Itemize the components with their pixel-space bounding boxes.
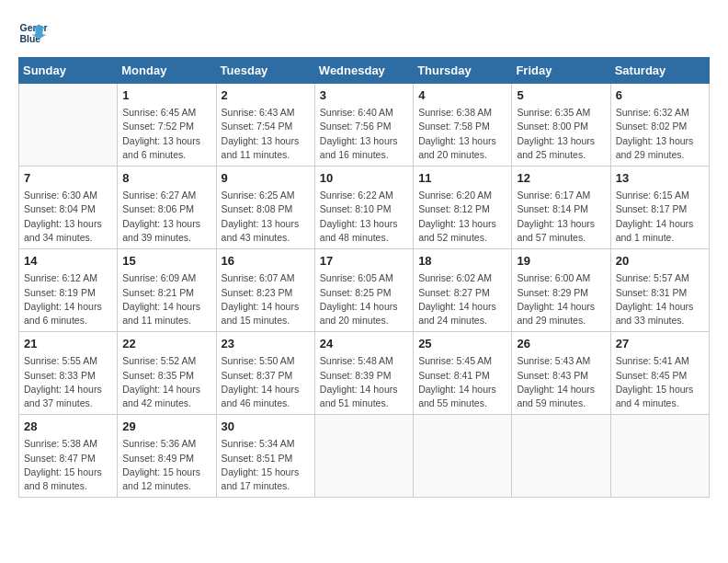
calendar-cell: 15Sunrise: 6:09 AMSunset: 8:21 PMDayligh… bbox=[118, 249, 216, 332]
calendar-header-friday: Friday bbox=[512, 58, 610, 84]
calendar-cell: 17Sunrise: 6:05 AMSunset: 8:25 PMDayligh… bbox=[314, 249, 413, 332]
day-info: Sunrise: 5:43 AMSunset: 8:43 PMDaylight:… bbox=[517, 354, 605, 410]
calendar-cell: 12Sunrise: 6:17 AMSunset: 8:14 PMDayligh… bbox=[512, 167, 610, 249]
day-number: 17 bbox=[320, 253, 408, 270]
calendar-cell: 24Sunrise: 5:48 AMSunset: 8:39 PMDayligh… bbox=[314, 332, 413, 415]
calendar-cell: 18Sunrise: 6:02 AMSunset: 8:27 PMDayligh… bbox=[414, 249, 512, 332]
day-info: Sunrise: 5:41 AMSunset: 8:45 PMDaylight:… bbox=[616, 354, 704, 410]
calendar-cell: 20Sunrise: 5:57 AMSunset: 8:31 PMDayligh… bbox=[610, 249, 709, 332]
day-info: Sunrise: 5:48 AMSunset: 8:39 PMDaylight:… bbox=[320, 354, 408, 410]
logo-icon: General Blue bbox=[18, 18, 48, 48]
calendar-header-saturday: Saturday bbox=[610, 58, 709, 84]
calendar-cell: 27Sunrise: 5:41 AMSunset: 8:45 PMDayligh… bbox=[610, 332, 709, 415]
day-number: 1 bbox=[122, 87, 210, 104]
calendar-week-row: 28Sunrise: 5:38 AMSunset: 8:47 PMDayligh… bbox=[19, 415, 710, 498]
day-number: 27 bbox=[616, 336, 704, 352]
calendar-header-wednesday: Wednesday bbox=[314, 58, 413, 84]
logo: General Blue bbox=[18, 18, 51, 48]
calendar-cell: 16Sunrise: 6:07 AMSunset: 8:23 PMDayligh… bbox=[216, 249, 314, 332]
calendar-header-thursday: Thursday bbox=[414, 58, 512, 84]
calendar-cell: 10Sunrise: 6:22 AMSunset: 8:10 PMDayligh… bbox=[314, 167, 413, 249]
calendar-cell: 14Sunrise: 6:12 AMSunset: 8:19 PMDayligh… bbox=[19, 249, 118, 332]
day-info: Sunrise: 5:38 AMSunset: 8:47 PMDaylight:… bbox=[24, 437, 112, 493]
day-number: 24 bbox=[320, 336, 408, 352]
calendar-week-row: 7Sunrise: 6:30 AMSunset: 8:04 PMDaylight… bbox=[19, 167, 710, 249]
calendar-table: SundayMondayTuesdayWednesdayThursdayFrid… bbox=[18, 57, 710, 498]
day-number: 11 bbox=[418, 170, 506, 187]
calendar-cell: 6Sunrise: 6:32 AMSunset: 8:02 PMDaylight… bbox=[610, 84, 709, 167]
calendar-cell: 29Sunrise: 5:36 AMSunset: 8:49 PMDayligh… bbox=[118, 415, 216, 498]
day-info: Sunrise: 6:15 AMSunset: 8:17 PMDaylight:… bbox=[616, 189, 704, 245]
day-number: 19 bbox=[517, 253, 605, 270]
day-info: Sunrise: 5:36 AMSunset: 8:49 PMDaylight:… bbox=[122, 437, 210, 493]
day-number: 15 bbox=[122, 253, 210, 270]
day-info: Sunrise: 6:09 AMSunset: 8:21 PMDaylight:… bbox=[122, 271, 210, 327]
day-number: 21 bbox=[24, 336, 112, 352]
calendar-cell: 26Sunrise: 5:43 AMSunset: 8:43 PMDayligh… bbox=[512, 332, 610, 415]
calendar-cell: 5Sunrise: 6:35 AMSunset: 8:00 PMDaylight… bbox=[512, 84, 610, 167]
day-info: Sunrise: 6:30 AMSunset: 8:04 PMDaylight:… bbox=[24, 189, 112, 245]
day-number: 2 bbox=[222, 87, 310, 104]
day-number: 3 bbox=[320, 87, 408, 104]
calendar-cell: 21Sunrise: 5:55 AMSunset: 8:33 PMDayligh… bbox=[19, 332, 118, 415]
calendar-cell: 4Sunrise: 6:38 AMSunset: 7:58 PMDaylight… bbox=[414, 84, 512, 167]
day-info: Sunrise: 5:55 AMSunset: 8:33 PMDaylight:… bbox=[24, 354, 112, 410]
page-header: General Blue bbox=[18, 18, 710, 48]
day-number: 13 bbox=[616, 170, 704, 187]
calendar-week-row: 1Sunrise: 6:45 AMSunset: 7:52 PMDaylight… bbox=[19, 84, 710, 167]
day-info: Sunrise: 6:05 AMSunset: 8:25 PMDaylight:… bbox=[320, 271, 408, 327]
day-number: 16 bbox=[222, 253, 310, 270]
calendar-cell bbox=[414, 415, 512, 498]
day-number: 6 bbox=[616, 87, 704, 104]
day-info: Sunrise: 5:57 AMSunset: 8:31 PMDaylight:… bbox=[616, 271, 704, 327]
day-info: Sunrise: 6:45 AMSunset: 7:52 PMDaylight:… bbox=[122, 106, 210, 162]
calendar-cell: 2Sunrise: 6:43 AMSunset: 7:54 PMDaylight… bbox=[216, 84, 314, 167]
day-info: Sunrise: 5:34 AMSunset: 8:51 PMDaylight:… bbox=[222, 437, 310, 493]
day-info: Sunrise: 6:25 AMSunset: 8:08 PMDaylight:… bbox=[222, 189, 310, 245]
calendar-cell: 30Sunrise: 5:34 AMSunset: 8:51 PMDayligh… bbox=[216, 415, 314, 498]
day-number: 5 bbox=[517, 87, 605, 104]
day-number: 26 bbox=[517, 336, 605, 352]
day-number: 14 bbox=[24, 253, 112, 270]
day-number: 30 bbox=[222, 419, 310, 435]
calendar-cell: 22Sunrise: 5:52 AMSunset: 8:35 PMDayligh… bbox=[118, 332, 216, 415]
calendar-cell: 13Sunrise: 6:15 AMSunset: 8:17 PMDayligh… bbox=[610, 167, 709, 249]
day-number: 10 bbox=[320, 170, 408, 187]
calendar-header-sunday: Sunday bbox=[19, 58, 118, 84]
calendar-header-monday: Monday bbox=[118, 58, 216, 84]
day-number: 8 bbox=[122, 170, 210, 187]
calendar-cell bbox=[512, 415, 610, 498]
day-number: 23 bbox=[222, 336, 310, 352]
day-info: Sunrise: 6:38 AMSunset: 7:58 PMDaylight:… bbox=[418, 106, 506, 162]
day-number: 7 bbox=[24, 170, 112, 187]
calendar-cell: 28Sunrise: 5:38 AMSunset: 8:47 PMDayligh… bbox=[19, 415, 118, 498]
calendar-cell: 25Sunrise: 5:45 AMSunset: 8:41 PMDayligh… bbox=[414, 332, 512, 415]
calendar-cell: 11Sunrise: 6:20 AMSunset: 8:12 PMDayligh… bbox=[414, 167, 512, 249]
day-info: Sunrise: 5:52 AMSunset: 8:35 PMDaylight:… bbox=[122, 354, 210, 410]
calendar-header-tuesday: Tuesday bbox=[216, 58, 314, 84]
calendar-cell bbox=[314, 415, 413, 498]
day-number: 9 bbox=[222, 170, 310, 187]
calendar-header-row: SundayMondayTuesdayWednesdayThursdayFrid… bbox=[19, 58, 710, 84]
day-number: 18 bbox=[418, 253, 506, 270]
calendar-cell: 1Sunrise: 6:45 AMSunset: 7:52 PMDaylight… bbox=[118, 84, 216, 167]
day-info: Sunrise: 6:40 AMSunset: 7:56 PMDaylight:… bbox=[320, 106, 408, 162]
day-info: Sunrise: 6:22 AMSunset: 8:10 PMDaylight:… bbox=[320, 189, 408, 245]
day-info: Sunrise: 6:20 AMSunset: 8:12 PMDaylight:… bbox=[418, 189, 506, 245]
calendar-cell: 3Sunrise: 6:40 AMSunset: 7:56 PMDaylight… bbox=[314, 84, 413, 167]
day-number: 25 bbox=[418, 336, 506, 352]
day-info: Sunrise: 6:07 AMSunset: 8:23 PMDaylight:… bbox=[222, 271, 310, 327]
day-info: Sunrise: 5:45 AMSunset: 8:41 PMDaylight:… bbox=[418, 354, 506, 410]
day-info: Sunrise: 6:35 AMSunset: 8:00 PMDaylight:… bbox=[517, 106, 605, 162]
day-info: Sunrise: 6:32 AMSunset: 8:02 PMDaylight:… bbox=[616, 106, 704, 162]
calendar-cell: 19Sunrise: 6:00 AMSunset: 8:29 PMDayligh… bbox=[512, 249, 610, 332]
calendar-week-row: 14Sunrise: 6:12 AMSunset: 8:19 PMDayligh… bbox=[19, 249, 710, 332]
calendar-cell bbox=[19, 84, 118, 167]
calendar-cell: 23Sunrise: 5:50 AMSunset: 8:37 PMDayligh… bbox=[216, 332, 314, 415]
day-info: Sunrise: 5:50 AMSunset: 8:37 PMDaylight:… bbox=[222, 354, 310, 410]
day-info: Sunrise: 6:43 AMSunset: 7:54 PMDaylight:… bbox=[222, 106, 310, 162]
calendar-cell bbox=[610, 415, 709, 498]
day-number: 22 bbox=[122, 336, 210, 352]
calendar-cell: 9Sunrise: 6:25 AMSunset: 8:08 PMDaylight… bbox=[216, 167, 314, 249]
day-number: 12 bbox=[517, 170, 605, 187]
